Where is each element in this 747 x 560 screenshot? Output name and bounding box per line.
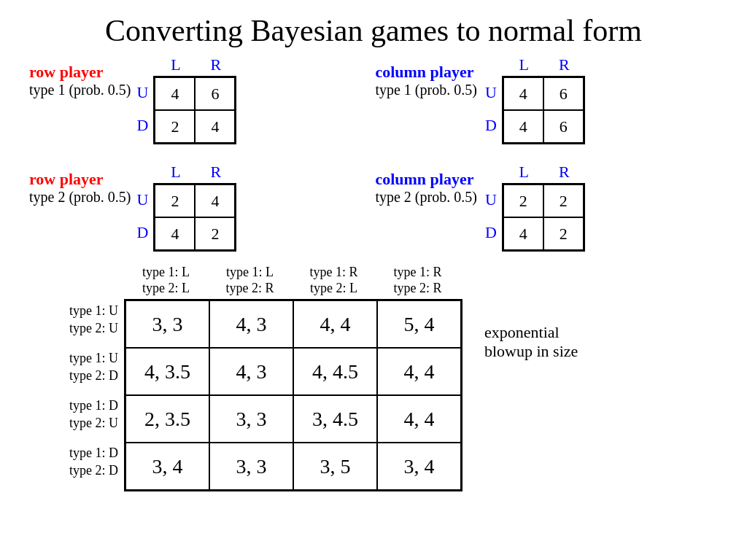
left-m2-grid: 2 4 4 2 — [153, 183, 236, 252]
nf-cell-30: 3, 4 — [125, 443, 209, 490]
right-m2-col-R: R — [544, 163, 584, 182]
nf-row-1: 4, 3.5 4, 3 4, 4.5 4, 4 — [125, 348, 461, 395]
nf-row-2: 2, 3.5 3, 3 3, 4.5 4, 4 — [125, 395, 461, 443]
left-matrix-container-1: L R U D 4 6 2 4 — [134, 55, 236, 144]
nf-row-3: 3, 4 3, 3 3, 5 3, 4 — [125, 443, 461, 490]
nf-row-labels: type 1: U type 2: U type 1: U type 2: D … — [22, 296, 124, 491]
col-player-label-1: column player type 1 (prob. 0.5) — [375, 55, 476, 98]
left-matrix-2: row player type 2 (prob. 0.5) L R U D — [29, 163, 236, 252]
nf-cell-03: 5, 4 — [377, 300, 461, 348]
right-m2-grid: 2 2 4 2 — [502, 183, 585, 252]
row-player-type-2: type 2 (prob. 0.5) — [29, 189, 131, 206]
left-m1-cell-01: 6 — [195, 77, 235, 110]
row-player-name-2: row player — [29, 170, 131, 189]
nf-row-label-2: type 1: D type 2: U — [22, 391, 124, 438]
right-m2-col-L: L — [504, 163, 544, 182]
nf-col-header-1: type 1: L type 2: R — [208, 265, 292, 296]
right-matrix-2: column player type 2 (prob. 0.5) L R U D — [375, 163, 584, 252]
nf-cell-12: 4, 4.5 — [293, 348, 377, 395]
nf-cell-31: 3, 3 — [209, 443, 293, 490]
nf-cell-20: 2, 3.5 — [125, 395, 209, 443]
right-matrix-1: column player type 1 (prob. 0.5) L R U D — [375, 55, 584, 144]
left-m2-cell-11: 2 — [195, 217, 235, 250]
right-m1-row-D: D — [483, 109, 499, 141]
row-player-name-1: row player — [29, 63, 131, 82]
right-m1-col-R: R — [544, 55, 584, 74]
left-m2-row-U: U — [134, 183, 150, 216]
left-m2-col-L: L — [155, 163, 196, 182]
right-m1-cell-10: 4 — [503, 110, 543, 143]
right-m1-cell-01: 6 — [543, 77, 584, 110]
nf-row-0: 3, 3 4, 3 4, 4 5, 4 — [125, 300, 461, 348]
left-matrix-1: row player type 1 (prob. 0.5) L R U D — [29, 55, 236, 144]
exponential-note: exponential blowup in size — [484, 323, 578, 361]
right-matrix-container-2: L R U D 2 2 4 2 — [483, 163, 585, 252]
left-m1-cell-11: 4 — [195, 110, 235, 143]
left-m1-grid: 4 6 2 4 — [153, 76, 236, 144]
nf-col-header-0: type 1: L type 2: L — [124, 265, 208, 296]
left-m1-row-D: D — [134, 109, 150, 141]
col-player-label-2: column player type 2 (prob. 0.5) — [375, 163, 476, 206]
left-m1-cell-10: 2 — [155, 110, 195, 143]
right-m2-row-D: D — [483, 216, 499, 249]
nf-header-row: type 1: L type 2: L type 1: L type 2: R … — [124, 265, 462, 296]
right-m2-cell-11: 2 — [543, 217, 584, 250]
right-matrix-container-1: L R U D 4 6 4 6 — [483, 55, 585, 144]
col-player-type-2: type 2 (prob. 0.5) — [375, 189, 476, 206]
right-m2-cell-01: 2 — [543, 184, 584, 217]
bottom-section: type 1: L type 2: L type 1: L type 2: R … — [0, 265, 747, 491]
nf-row-label-3: type 1: D type 2: D — [22, 438, 124, 486]
nf-grid: 3, 3 4, 3 4, 4 5, 4 4, 3.5 4, 3 4, 4.5 4… — [124, 299, 462, 491]
left-m2-cell-01: 4 — [195, 184, 235, 217]
right-m1-grid: 4 6 4 6 — [502, 76, 585, 144]
nf-col-header-3: type 1: R type 2: R — [376, 265, 460, 296]
col-player-name-1: column player — [375, 63, 476, 82]
nf-cell-23: 4, 4 — [377, 395, 461, 443]
nf-cell-00: 3, 3 — [125, 300, 209, 348]
nf-cell-32: 3, 5 — [293, 443, 377, 490]
col-player-type-1: type 1 (prob. 0.5) — [375, 82, 476, 98]
row-player-type-1: type 1 (prob. 0.5) — [29, 82, 131, 98]
right-m2-cell-00: 2 — [503, 184, 543, 217]
right-m1-row-U: U — [483, 76, 499, 109]
nf-col-header-2: type 1: R type 2: L — [292, 265, 376, 296]
right-m1-col-L: L — [504, 55, 544, 74]
nf-cell-21: 3, 3 — [209, 395, 293, 443]
left-m2-row-D: D — [134, 216, 150, 249]
left-m1-cell-00: 4 — [155, 77, 195, 110]
left-m2-col-R: R — [196, 163, 236, 182]
right-m2-row-U: U — [483, 183, 499, 216]
nf-row-label-1: type 1: U type 2: D — [22, 343, 124, 391]
row-player-label-1: row player type 1 (prob. 0.5) — [29, 55, 131, 98]
nf-cell-11: 4, 3 — [209, 348, 293, 395]
nf-cell-13: 4, 4 — [377, 348, 461, 395]
nf-cell-33: 3, 4 — [377, 443, 461, 490]
nf-cell-02: 4, 4 — [293, 300, 377, 348]
nf-cell-01: 4, 3 — [209, 300, 293, 348]
normal-form-table: type 1: L type 2: L type 1: L type 2: R … — [22, 265, 462, 491]
right-m1-cell-00: 4 — [503, 77, 543, 110]
nf-row-label-0: type 1: U type 2: U — [22, 296, 124, 343]
right-matrices-block: column player type 1 (prob. 0.5) L R U D — [375, 55, 584, 252]
left-m1-col-L: L — [155, 55, 196, 74]
left-m2-cell-10: 4 — [155, 217, 195, 250]
nf-cell-10: 4, 3.5 — [125, 348, 209, 395]
left-m1-row-U: U — [134, 76, 150, 109]
left-m2-cell-00: 2 — [155, 184, 195, 217]
right-m2-cell-10: 4 — [503, 217, 543, 250]
col-player-name-2: column player — [375, 170, 476, 189]
nf-cell-22: 3, 4.5 — [293, 395, 377, 443]
left-matrices-block: row player type 1 (prob. 0.5) L R U D — [29, 55, 236, 252]
page-title: Converting Bayesian games to normal form — [0, 0, 747, 55]
left-m1-col-R: R — [196, 55, 236, 74]
row-player-label-2: row player type 2 (prob. 0.5) — [29, 163, 131, 206]
right-m1-cell-11: 6 — [543, 110, 584, 143]
left-matrix-container-2: L R U D 2 4 4 2 — [134, 163, 236, 252]
